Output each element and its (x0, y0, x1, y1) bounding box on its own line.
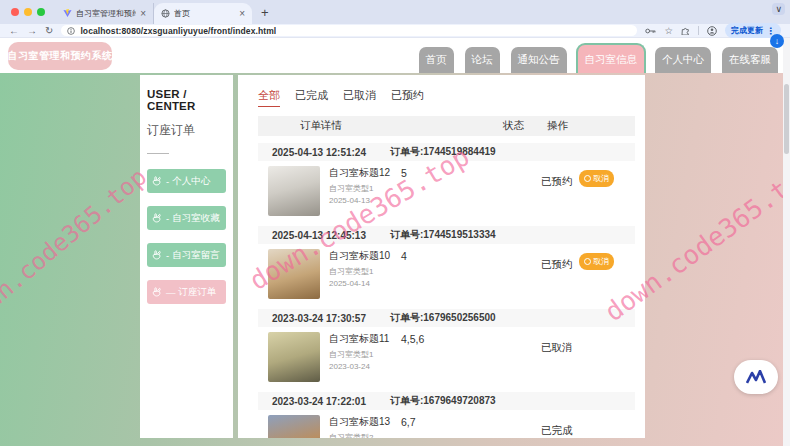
maximize-window-button[interactable] (37, 8, 45, 16)
nav-item-label: 首页 (426, 53, 447, 65)
room-title[interactable]: 自习室标题10 (329, 249, 387, 263)
close-tab-icon[interactable]: × (239, 9, 245, 19)
sidebar-item-label: 个人中心 (172, 175, 210, 188)
tab-search-icon[interactable]: ∨ (772, 3, 785, 15)
profile-avatar-icon[interactable] (707, 26, 717, 36)
order-status: 已预约 (541, 258, 579, 272)
sidebar-menu-item[interactable]: - 自习室留言 (147, 243, 226, 267)
scrollbar-thumb[interactable] (784, 84, 789, 154)
study-room-photo[interactable] (268, 249, 320, 299)
order-status: 已完成 (541, 424, 579, 438)
main-nav: 首页 论坛 通知公告 自习室信息 个人中心 在线客 (417, 43, 781, 74)
new-tab-button[interactable]: + (252, 5, 278, 20)
download-indicator-icon[interactable]: ↓ (770, 34, 784, 48)
nav-item[interactable]: 论坛 (463, 45, 502, 74)
browser-tab-home[interactable]: 首页 × (154, 3, 252, 24)
room-type: 自习室类型1 (329, 183, 387, 194)
order-filter-tab[interactable]: 已完成 (295, 88, 328, 107)
sidebar-menu-item[interactable]: - 自习室收藏 (147, 206, 226, 230)
order-row: 2025-04-13 12:51:24 订单号:1744519884419 自习… (258, 143, 635, 221)
order-datetime: 2025-04-13 12:45:13 (258, 230, 366, 241)
order-filter-tab[interactable]: 已预约 (391, 88, 424, 107)
window-controls (0, 8, 56, 16)
address-bar[interactable]: localhost:8080/zxsguanliyuyue/front/inde… (61, 25, 637, 36)
order-row: 2023-03-24 17:22:01 订单号:1679649720873 自习… (258, 392, 635, 438)
order-action-cell (579, 417, 623, 435)
nav-item-label: 通知公告 (518, 53, 560, 65)
hand-horns-icon (151, 175, 163, 187)
minimize-window-button[interactable] (24, 8, 32, 16)
cancel-order-button[interactable]: 取消 (579, 253, 614, 270)
toolbar-divider (698, 26, 699, 35)
tab-label: 已完成 (295, 89, 328, 101)
order-number: 订单号:1679650256500 (390, 311, 496, 325)
order-filter-tabs: 全部 已完成 已取消 已预约 (258, 88, 635, 107)
page-scrollbar[interactable] (783, 38, 790, 446)
nav-item[interactable]: 自习室信息 (576, 43, 647, 74)
order-datetime: 2025-04-13 12:51:24 (258, 147, 366, 158)
browser-window: 自习室管理和预约系统 × 首页 × + ∨ ← → ↻ localhost:80… (0, 0, 790, 446)
room-title[interactable]: 自习室标题11 (329, 332, 387, 346)
order-info: 自习室标题10 自习室类型1 2025-04-14 (329, 249, 387, 288)
order-row-header: 2025-04-13 12:51:24 订单号:1744519884419 (258, 143, 635, 161)
nav-item[interactable]: 个人中心 (653, 45, 713, 74)
column-header-details: 订单详情 (258, 119, 503, 133)
order-row: 2025-04-13 12:45:13 订单号:1744519513334 自习… (258, 226, 635, 304)
url-text: localhost:8080/zxsguanliyuyue/front/inde… (80, 26, 276, 36)
browser-tab-system[interactable]: 自习室管理和预约系统 × (56, 3, 154, 24)
order-status: 已取消 (541, 341, 579, 355)
nav-item[interactable]: 首页 (417, 45, 456, 74)
site-info-icon[interactable] (67, 27, 75, 35)
order-info: 自习室标题12 自习室类型1 2025-04-13 (329, 166, 387, 205)
nav-item[interactable]: 在线客服 (720, 45, 780, 74)
password-key-icon[interactable] (645, 27, 656, 35)
order-number: 订单号:1744519513334 (390, 228, 496, 242)
study-room-photo[interactable] (268, 415, 320, 438)
reload-icon[interactable]: ↻ (45, 26, 53, 36)
back-icon[interactable]: ← (9, 26, 19, 36)
study-room-photo[interactable] (268, 166, 320, 216)
order-row-body: 自习室标题12 自习室类型1 2025-04-13 5 已预约 取消 (258, 161, 635, 221)
room-title[interactable]: 自习室标题12 (329, 166, 387, 180)
order-action-cell (579, 334, 623, 352)
orders-table-header: 订单详情 状态 操作 (258, 116, 635, 136)
order-filter-tab[interactable]: 已取消 (343, 88, 376, 107)
site-header: 自习室管理和预约系统 首页 论坛 通知公告 自习室信息 (0, 38, 790, 73)
close-tab-icon[interactable]: × (140, 9, 146, 19)
hand-horns-icon (151, 212, 163, 224)
reservation-date: 2025-04-14 (329, 279, 387, 288)
forward-icon[interactable]: → (27, 26, 37, 36)
order-datetime: 2023-03-24 17:22:01 (258, 396, 366, 407)
close-window-button[interactable] (11, 8, 19, 16)
bookmark-star-icon[interactable]: ☆ (664, 25, 673, 36)
orders-panel: 全部 已完成 已取消 已预约 订单详情 状态 (238, 75, 645, 438)
nav-item[interactable]: 通知公告 (509, 45, 569, 74)
extensions-icon[interactable] (681, 26, 690, 35)
nav-item-label: 个人中心 (662, 53, 704, 65)
browser-toolbar: ← → ↻ localhost:8080/zxsguanliyuyue/fron… (0, 24, 790, 38)
order-info: 自习室标题13 自习室类型2 2023-03-24 (329, 415, 387, 438)
order-number: 订单号:1744519884419 (390, 145, 496, 159)
nav-item-label: 自习室信息 (585, 53, 638, 65)
sidebar-menu-item[interactable]: — 订座订单 (147, 280, 226, 304)
floating-helper-widget[interactable] (734, 360, 778, 394)
mountain-logo-icon (746, 370, 766, 384)
order-action-cell: 取消 (579, 251, 623, 270)
sidebar-item-dash: - (166, 176, 169, 187)
order-filter-tab[interactable]: 全部 (258, 88, 280, 107)
reservation-date: 2023-03-24 (329, 362, 387, 371)
order-datetime: 2023-03-24 17:30:57 (258, 313, 366, 324)
order-row-header: 2023-03-24 17:30:57 订单号:1679650256500 (258, 309, 635, 327)
order-action-cell: 取消 (579, 168, 623, 187)
study-room-photo[interactable] (268, 332, 320, 382)
order-status: 已预约 (541, 175, 579, 189)
globe-favicon-icon (161, 9, 170, 18)
sidebar-subtitle: 订座订单 (147, 122, 226, 139)
sidebar-menu-item[interactable]: - 个人中心 (147, 169, 226, 193)
order-row-body: 自习室标题11 自习室类型1 2023-03-24 4,5,6 已取消 (258, 327, 635, 387)
tab-title: 自习室管理和预约系统 (76, 8, 136, 19)
seat-numbers: 4 (401, 250, 407, 262)
cancel-order-button[interactable]: 取消 (579, 170, 614, 187)
site-logo: 自习室管理和预约系统 (8, 42, 112, 70)
room-title[interactable]: 自习室标题13 (329, 415, 387, 429)
